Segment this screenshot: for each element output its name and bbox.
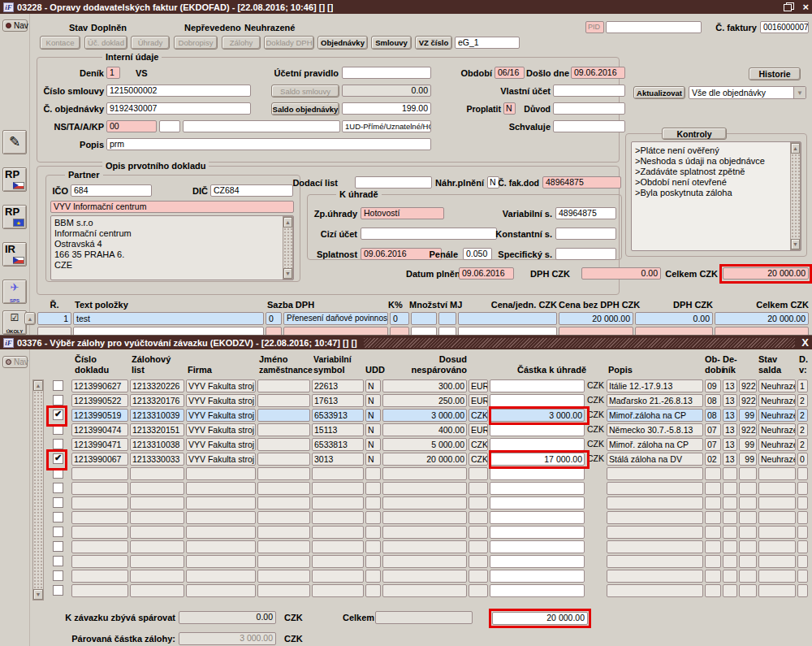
col-r[interactable]: Ř. — [37, 300, 71, 310]
cell-mena[interactable]: EUR — [469, 394, 488, 407]
cell-mena[interactable]: EUR — [469, 423, 488, 436]
cell-denik[interactable] — [723, 584, 737, 597]
cell-dv[interactable] — [797, 467, 808, 480]
col-obdobi[interactable]: Ob- — [705, 354, 720, 365]
cell-popis[interactable] — [607, 467, 703, 480]
cell-dv[interactable] — [797, 540, 808, 553]
cell-cislo-dokladu[interactable]: 1213990471 — [71, 438, 128, 451]
col-denik[interactable]: ník — [723, 365, 736, 375]
cell-mena[interactable] — [469, 526, 488, 539]
cell-stav-salda[interactable]: Neuhrazen — [758, 394, 796, 407]
table-row[interactable]: 1213990627 1213320226 VYV Fakulta stroj … — [47, 379, 810, 394]
cell-castka-k-uhrade[interactable] — [490, 555, 585, 568]
col-firma[interactable]: Firma — [188, 365, 212, 375]
cell-denik[interactable] — [723, 526, 737, 539]
cell-cislo-dokladu[interactable]: 1213990627 — [71, 379, 128, 392]
cell-cislo-dokladu[interactable] — [71, 555, 128, 568]
cell-obdobi[interactable] — [705, 526, 721, 539]
cell-zalohovy-list[interactable] — [130, 584, 184, 597]
col-vs[interactable]: symbol — [313, 365, 345, 375]
cell-udd[interactable]: N — [365, 423, 381, 436]
cell-zalohovy-list[interactable]: 1213330033 — [130, 453, 184, 466]
item-cell-mj[interactable] — [438, 312, 456, 325]
duvod-field[interactable] — [553, 102, 625, 115]
signature-icon[interactable]: ✎ — [2, 130, 27, 154]
cell-dv[interactable]: 0 — [797, 453, 808, 466]
cell-saldo-ucet[interactable]: 99 — [739, 453, 757, 466]
cell-dv[interactable] — [797, 482, 808, 495]
col-sazba[interactable]: Sazba DPH — [267, 300, 314, 310]
table-row[interactable] — [47, 496, 810, 511]
cell-popis[interactable] — [607, 584, 703, 597]
cell-firma[interactable] — [186, 496, 256, 509]
cell-mena[interactable] — [469, 584, 488, 597]
cell-saldo-ucet[interactable] — [739, 482, 757, 495]
col-dv[interactable]: v: — [799, 365, 807, 375]
cell-denik[interactable]: 13 — [723, 453, 737, 466]
ukoly-icon[interactable]: ☑ ÚKOLY — [2, 310, 27, 335]
cell-variabilni-symbol[interactable] — [312, 555, 364, 568]
cell-firma[interactable] — [186, 584, 256, 597]
cell-saldo-ucet[interactable]: 99 — [739, 409, 757, 422]
cell-variabilni-symbol[interactable] — [312, 526, 364, 539]
cell-dosud-nesparovano[interactable] — [382, 511, 467, 524]
cell-mena[interactable] — [469, 467, 488, 480]
cell-jmeno[interactable] — [257, 379, 310, 392]
cell-variabilni-symbol[interactable]: 3013 — [312, 453, 364, 466]
cell-zalohovy-list[interactable] — [130, 482, 184, 495]
cell-castka-k-uhrade[interactable] — [490, 570, 585, 583]
cell-obdobi[interactable] — [705, 584, 721, 597]
chevron-down-icon[interactable]: ▼ — [793, 87, 806, 98]
cell-dv[interactable] — [797, 496, 808, 509]
row-checkbox[interactable] — [53, 380, 63, 391]
cell-firma[interactable] — [186, 482, 256, 495]
cell-dv[interactable]: 2 — [797, 394, 808, 407]
cell-saldo-ucet[interactable]: 922 — [739, 394, 757, 407]
item-cell-cena-bez[interactable]: 20 000.00 — [559, 312, 633, 325]
cislo-smlouvy-field[interactable]: 1215000002 — [106, 85, 251, 97]
cell-mena[interactable] — [469, 540, 488, 553]
table-row[interactable] — [47, 467, 810, 482]
cell-cislo-dokladu[interactable] — [71, 496, 128, 509]
cell-castka-k-uhrade[interactable] — [490, 584, 585, 597]
cell-jmeno[interactable] — [257, 526, 310, 539]
cell-obdobi[interactable] — [705, 511, 721, 524]
col-udd[interactable]: UDD — [365, 365, 385, 375]
cell-jmeno[interactable] — [257, 482, 310, 495]
row-checkbox[interactable] — [53, 453, 63, 464]
table-row[interactable]: 1213990471 1213310038 VYV Fakulta stroj … — [47, 438, 810, 453]
scroll-down-icon[interactable]: ▼ — [33, 589, 43, 600]
cell-castka-k-uhrade[interactable]: 17 000.00 — [490, 453, 585, 466]
item-cell-cena-jedn[interactable] — [458, 312, 557, 325]
cell-denik[interactable] — [723, 570, 737, 583]
cell-zalohovy-list[interactable] — [130, 570, 184, 583]
cell-variabilni-symbol[interactable] — [312, 540, 364, 553]
cell-obdobi[interactable] — [705, 467, 721, 480]
cell-cislo-dokladu[interactable]: 1213990519 — [71, 409, 128, 422]
col-dph[interactable]: DPH CZK — [635, 300, 713, 310]
row-checkbox[interactable] — [53, 483, 63, 493]
cell-dosud-nesparovano[interactable] — [382, 540, 467, 553]
cell-mena[interactable] — [469, 511, 488, 524]
cell-jmeno[interactable] — [257, 423, 310, 436]
cell-dv[interactable] — [797, 584, 808, 597]
address-scrollbar[interactable]: ▲ ▼ — [283, 216, 293, 280]
cell-cislo-dokladu[interactable] — [71, 526, 128, 539]
cell-mena[interactable] — [469, 555, 488, 568]
item-cell-sazba-text[interactable]: Přenesení daňové povinnosti — [283, 312, 388, 325]
cell-cislo-dokladu[interactable]: 1213990522 — [71, 394, 128, 407]
row-checkbox[interactable] — [53, 541, 63, 552]
row-checkbox[interactable] — [53, 512, 63, 522]
kontroly-scrollbar[interactable]: ▲ ▼ — [790, 142, 801, 250]
variabilni-field[interactable]: 48964875 — [555, 207, 616, 219]
col-popis[interactable]: Popis — [608, 365, 633, 375]
cell-castka-k-uhrade[interactable] — [490, 482, 585, 495]
cell-castka-k-uhrade[interactable] — [490, 467, 585, 480]
row-checkbox[interactable] — [53, 424, 63, 435]
cell-popis[interactable] — [607, 482, 703, 495]
cell-saldo-ucet[interactable]: 922 — [739, 379, 757, 392]
cell-obdobi[interactable] — [705, 570, 721, 583]
table-row[interactable]: 1213990067 1213330033 VYV Fakulta stroj … — [47, 453, 810, 467]
cell-obdobi[interactable]: 09 — [705, 379, 721, 392]
cell-cislo-dokladu[interactable] — [71, 540, 128, 553]
